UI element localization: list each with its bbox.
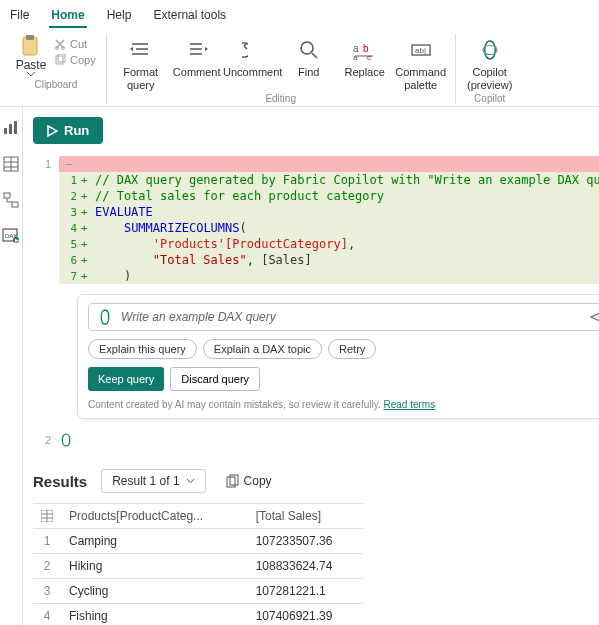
cell-totalsales: 107233507.36	[248, 529, 363, 554]
menu-file[interactable]: File	[8, 4, 31, 28]
keep-query-button[interactable]: Keep query	[88, 367, 164, 391]
copilot-line-icon[interactable]	[59, 433, 73, 447]
svg-rect-1	[26, 35, 34, 40]
outer-gutter: 1	[33, 156, 51, 284]
col-header-totalsales[interactable]: [Total Sales]	[248, 504, 363, 529]
code-line[interactable]: 3+EVALUATE	[59, 204, 599, 220]
replace-label: Replace	[345, 66, 385, 79]
code-line[interactable]: 5+ 'Products'[ProductCategory],	[59, 236, 599, 252]
format-query-button[interactable]: Format query	[113, 34, 169, 91]
diff-plus-icon: +	[81, 270, 91, 283]
copilot-button[interactable]: Copilot (preview)	[462, 34, 518, 91]
copilot-input[interactable]	[121, 310, 582, 324]
code-line[interactable]: 7+ )	[59, 268, 599, 284]
dax-icon: DAX▶	[2, 228, 20, 244]
find-button[interactable]: Find	[281, 34, 337, 79]
menu-external-tools[interactable]: External tools	[151, 4, 228, 28]
chip-explain-query[interactable]: Explain this query	[88, 339, 197, 359]
cut-label: Cut	[70, 38, 87, 50]
uncomment-button[interactable]: Uncomment	[225, 34, 281, 79]
copy-button[interactable]: Copy	[50, 52, 100, 68]
replace-button[interactable]: abac Replace	[337, 34, 393, 79]
code-line[interactable]: 1+// DAX query generated by Fabric Copil…	[59, 172, 599, 188]
chevron-down-icon	[27, 72, 35, 77]
row-number: 4	[33, 604, 61, 625]
rail-chart[interactable]	[0, 117, 22, 139]
command-palette-label: Command palette	[395, 66, 447, 91]
diff-plus-icon: +	[81, 174, 91, 187]
format-query-label: Format query	[115, 66, 167, 91]
table-row[interactable]: 3Cycling107281221.1	[33, 579, 363, 604]
chip-retry[interactable]: Retry	[328, 339, 376, 359]
copy-icon	[226, 474, 239, 488]
grid-icon	[41, 510, 53, 522]
code-text: "Total Sales", [Sales]	[91, 252, 599, 268]
rail-dax[interactable]: DAX▶	[0, 225, 22, 247]
copy-results-button[interactable]: Copy	[220, 470, 278, 492]
menu-bar: File Home Help External tools	[0, 0, 599, 28]
command-palette-button[interactable]: ab| Command palette	[393, 34, 449, 91]
table-corner[interactable]	[33, 504, 61, 529]
code-text: )	[91, 268, 599, 284]
svg-rect-5	[58, 54, 65, 62]
copilot-actions: Keep query Discard query	[88, 367, 599, 391]
paste-button[interactable]: Paste	[12, 34, 50, 77]
table-row[interactable]: 1Camping107233507.36	[33, 529, 363, 554]
ribbon: Paste Cut Copy Clipboard Format query	[0, 28, 599, 107]
find-label: Find	[298, 66, 319, 79]
ribbon-group-copilot: Copilot (preview) Copilot	[456, 34, 524, 104]
results-table: Products[ProductCateg... [Total Sales] 1…	[33, 503, 363, 625]
cell-category: Camping	[61, 529, 248, 554]
svg-text:c: c	[367, 53, 371, 60]
svg-text:ab|: ab|	[415, 46, 426, 55]
copy-icon	[54, 54, 66, 66]
comment-button[interactable]: Comment	[169, 34, 225, 79]
cut-button[interactable]: Cut	[50, 36, 100, 52]
cell-category: Hiking	[61, 554, 248, 579]
chart-icon	[3, 120, 19, 136]
code-line-number: 7	[59, 270, 81, 283]
send-icon[interactable]	[590, 309, 599, 325]
chip-explain-topic[interactable]: Explain a DAX topic	[203, 339, 322, 359]
cell-category: Fishing	[61, 604, 248, 625]
model-icon	[3, 192, 19, 208]
copilot-icon	[97, 309, 113, 325]
results-dropdown[interactable]: Result 1 of 1	[101, 469, 205, 493]
svg-point-6	[301, 42, 313, 54]
discard-query-button[interactable]: Discard query	[170, 367, 260, 391]
code-text: EVALUATE	[91, 204, 599, 220]
cell-totalsales: 107281221.1	[248, 579, 363, 604]
run-button[interactable]: Run	[33, 117, 103, 144]
main-area: DAX▶ Run 1 − 1+// DAX query generated by…	[0, 107, 599, 625]
code-block: − 1+// DAX query generated by Fabric Cop…	[59, 156, 599, 284]
copilot-label: Copilot (preview)	[464, 66, 516, 91]
svg-rect-16	[14, 121, 17, 134]
code-line[interactable]: 2+// Total sales for each product catego…	[59, 188, 599, 204]
comment-label: Comment	[173, 66, 221, 79]
col-header-category[interactable]: Products[ProductCateg...	[61, 504, 248, 529]
rail-model[interactable]	[0, 189, 22, 211]
code-line-number: 3	[59, 206, 81, 219]
table-row[interactable]: 2Hiking108833624.74	[33, 554, 363, 579]
clipboard-group-label: Clipboard	[34, 79, 77, 90]
code-editor[interactable]: 1 − 1+// DAX query generated by Fabric C…	[33, 156, 599, 284]
row-number: 3	[33, 579, 61, 604]
code-text: SUMMARIZECOLUMNS(	[91, 220, 599, 236]
code-line[interactable]: 6+ "Total Sales", [Sales]	[59, 252, 599, 268]
menu-help[interactable]: Help	[105, 4, 134, 28]
svg-text:▶: ▶	[15, 237, 19, 243]
copilot-panel: ✕ Explain this query Explain a DAX topic…	[77, 294, 599, 419]
table-row[interactable]: 4Fishing107406921.39	[33, 604, 363, 625]
ribbon-group-editing: Format query Comment Uncomment Find abac…	[107, 34, 456, 104]
code-line-number: 5	[59, 238, 81, 251]
read-terms-link[interactable]: Read terms	[384, 399, 436, 410]
svg-rect-22	[12, 202, 18, 207]
svg-rect-4	[56, 56, 63, 64]
content: Run 1 − 1+// DAX query generated by Fabr…	[23, 107, 599, 625]
table-icon	[3, 156, 19, 172]
code-collapse-row[interactable]: −	[59, 156, 599, 172]
code-line[interactable]: 4+ SUMMARIZECOLUMNS(	[59, 220, 599, 236]
code-line-number: 4	[59, 222, 81, 235]
menu-home[interactable]: Home	[49, 4, 86, 28]
rail-table[interactable]	[0, 153, 22, 175]
